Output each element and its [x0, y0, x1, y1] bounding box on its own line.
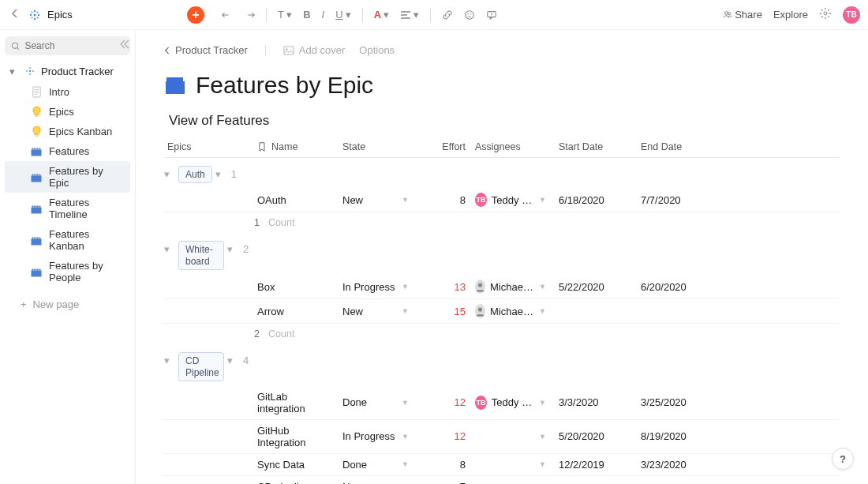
- link-button[interactable]: [439, 8, 456, 22]
- table-row[interactable]: ArrowNew▼15Michael Du…▼: [164, 299, 840, 324]
- app-icon: [28, 9, 41, 21]
- svg-point-6: [37, 11, 39, 13]
- svg-point-0: [34, 13, 36, 16]
- add-button[interactable]: +: [187, 6, 204, 24]
- explore-button[interactable]: Explore: [773, 9, 808, 21]
- col-epics[interactable]: Epics: [164, 141, 254, 152]
- table-row[interactable]: GitHub IntegrationIn Progress▼12▼5/20/20…: [164, 420, 840, 454]
- cell-name[interactable]: Sync Data: [254, 459, 339, 471]
- bold-button[interactable]: B: [300, 7, 313, 22]
- cell-effort[interactable]: 7: [417, 481, 472, 484]
- collapse-sidebar-button[interactable]: [119, 39, 130, 51]
- cell-state[interactable]: In Progress▼: [339, 430, 417, 442]
- cell-name[interactable]: CD pipeline: [254, 481, 339, 484]
- new-page-button[interactable]: + New page: [5, 294, 130, 315]
- search-box[interactable]: [5, 36, 130, 55]
- italic-button[interactable]: I: [319, 7, 328, 22]
- image-icon: [283, 46, 294, 55]
- cell-name[interactable]: GitLab integration: [254, 391, 339, 415]
- sidebar-item[interactable]: Epics Kanban: [5, 122, 130, 141]
- underline-button[interactable]: U ▾: [332, 7, 354, 22]
- cell-effort[interactable]: 12: [417, 430, 472, 442]
- sidebar-item[interactable]: Features by Epic: [5, 161, 130, 193]
- emoji-button[interactable]: [461, 8, 478, 22]
- group-header: ▾Auth▾1: [164, 158, 840, 188]
- group-menu-button[interactable]: ▾: [224, 241, 238, 257]
- nav-root[interactable]: ▾ Product Tracker: [5, 62, 130, 81]
- table-row[interactable]: Sync DataDone▼8▼12/2/20193/23/2020: [164, 454, 840, 476]
- cell-assignee[interactable]: TBTeddy Bear▼: [472, 193, 556, 207]
- align-button[interactable]: ▾: [397, 7, 422, 22]
- sidebar-item[interactable]: Features: [5, 141, 130, 161]
- back-button[interactable]: [8, 7, 22, 22]
- top-toolbar: Epics + T ▾ B I U ▾ A ▾ ▾ Share Explore …: [0, 0, 868, 30]
- cell-start-date[interactable]: 3/3/2020: [556, 396, 638, 408]
- group-collapse-button[interactable]: ▾: [164, 352, 178, 366]
- col-state[interactable]: State: [339, 141, 417, 152]
- cell-end-date[interactable]: 8/19/2020: [638, 430, 716, 442]
- cell-state[interactable]: New▼: [339, 481, 417, 484]
- cell-state[interactable]: Done▼: [339, 459, 417, 471]
- settings-button[interactable]: [819, 7, 832, 22]
- cell-assignee[interactable]: Michael Du…▼: [472, 304, 556, 318]
- col-name[interactable]: Name: [254, 141, 339, 152]
- share-button[interactable]: Share: [723, 9, 762, 21]
- text-color-button[interactable]: A ▾: [371, 7, 392, 22]
- cell-effort[interactable]: 15: [417, 306, 472, 317]
- group-collapse-button[interactable]: ▾: [164, 166, 178, 180]
- cell-start-date[interactable]: 12/2/2019: [556, 459, 638, 471]
- cell-assignee[interactable]: ▼: [472, 460, 556, 468]
- cell-assignee[interactable]: Michael Du…▼: [472, 280, 556, 294]
- group-menu-button[interactable]: ▾: [224, 352, 238, 369]
- cell-name[interactable]: GitHub Integration: [254, 425, 339, 448]
- cell-start-date[interactable]: 6/18/2020: [556, 194, 638, 206]
- cell-state[interactable]: New▼: [339, 194, 417, 206]
- sidebar-item[interactable]: Epics: [5, 102, 130, 122]
- cell-effort[interactable]: 13: [417, 281, 472, 293]
- cell-end-date[interactable]: 6/20/2020: [638, 281, 716, 293]
- sidebar-item[interactable]: Features by People: [5, 256, 130, 287]
- cell-name[interactable]: Box: [254, 281, 339, 293]
- add-cover-button[interactable]: Add cover: [283, 44, 346, 56]
- group-collapse-button[interactable]: ▾: [164, 241, 178, 255]
- epic-tag[interactable]: Auth: [178, 166, 212, 183]
- table-row[interactable]: OAuthNew▼8TBTeddy Bear▼6/18/20207/7/2020: [164, 188, 840, 212]
- sidebar-item[interactable]: Features Kanban: [5, 224, 130, 256]
- cell-start-date[interactable]: 5/20/2020: [556, 430, 638, 442]
- options-button[interactable]: Options: [359, 44, 395, 56]
- cell-end-date[interactable]: 3/25/2020: [638, 396, 716, 408]
- cell-effort[interactable]: 8: [417, 459, 472, 471]
- cell-effort[interactable]: 8: [417, 194, 472, 206]
- sidebar-item[interactable]: Features Timeline: [5, 193, 130, 224]
- user-avatar[interactable]: TB: [843, 6, 860, 24]
- cell-assignee[interactable]: ▼: [472, 433, 556, 441]
- cell-end-date[interactable]: 7/7/2020: [638, 194, 716, 206]
- col-effort[interactable]: Effort: [417, 141, 472, 152]
- sidebar-item[interactable]: Intro: [5, 82, 130, 102]
- undo-button[interactable]: [219, 8, 236, 22]
- col-start[interactable]: Start Date: [556, 141, 638, 152]
- col-assignees[interactable]: Assignees: [472, 141, 556, 152]
- group-menu-button[interactable]: ▾: [212, 166, 226, 182]
- epic-tag[interactable]: White­board: [178, 241, 224, 270]
- comment-button[interactable]: [483, 8, 500, 22]
- table-row[interactable]: GitLab integrationDone▼12TBTeddy Bear▼3/…: [164, 386, 840, 420]
- table-row[interactable]: BoxIn Progress▼13Michael Du…▼5/22/20206/…: [164, 275, 840, 299]
- search-input[interactable]: [24, 40, 124, 51]
- table-row[interactable]: CD pipelineNew▼7▼: [164, 476, 840, 484]
- redo-button[interactable]: [241, 8, 258, 22]
- text-style-button[interactable]: T ▾: [275, 7, 295, 22]
- breadcrumb-link[interactable]: Product Tracker: [164, 44, 248, 56]
- cell-assignee[interactable]: TBTeddy Bear▼: [472, 396, 556, 410]
- cell-effort[interactable]: 12: [417, 396, 472, 408]
- cell-state[interactable]: In Progress▼: [339, 281, 417, 293]
- col-end[interactable]: End Date: [638, 141, 716, 152]
- cell-end-date[interactable]: 3/23/2020: [638, 459, 716, 471]
- cell-name[interactable]: OAuth: [254, 194, 339, 206]
- cell-state[interactable]: Done▼: [339, 396, 417, 408]
- cell-name[interactable]: Arrow: [254, 306, 339, 317]
- cell-state[interactable]: New▼: [339, 306, 417, 317]
- epic-tag[interactable]: CD Pipeline: [178, 352, 224, 381]
- cell-start-date[interactable]: 5/22/2020: [556, 281, 638, 293]
- help-button[interactable]: ?: [832, 448, 854, 470]
